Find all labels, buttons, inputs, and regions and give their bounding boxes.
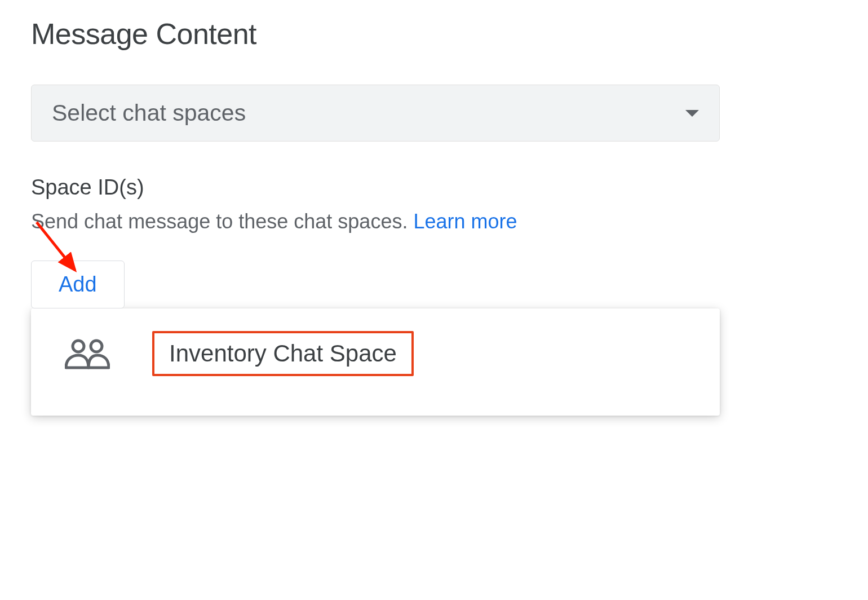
add-button-label: Add — [59, 272, 97, 297]
dropdown-item[interactable]: Inventory Chat Space — [65, 331, 686, 376]
select-chat-spaces-dropdown[interactable]: Select chat spaces — [31, 85, 720, 142]
add-button[interactable]: Add — [31, 261, 125, 308]
space-ids-description: Send chat message to these chat spaces. … — [31, 210, 837, 233]
learn-more-link[interactable]: Learn more — [413, 210, 517, 233]
space-ids-description-text: Send chat message to these chat spaces. — [31, 210, 413, 233]
svg-point-3 — [91, 341, 102, 352]
select-label: Select chat spaces — [52, 100, 246, 126]
dropdown-item-label: Inventory Chat Space — [152, 331, 414, 376]
space-ids-label: Space ID(s) — [31, 175, 837, 200]
caret-down-icon — [685, 110, 699, 117]
space-dropdown-list: Inventory Chat Space — [31, 308, 720, 416]
people-icon — [65, 338, 110, 369]
section-title: Message Content — [31, 17, 837, 51]
svg-point-2 — [73, 341, 84, 352]
